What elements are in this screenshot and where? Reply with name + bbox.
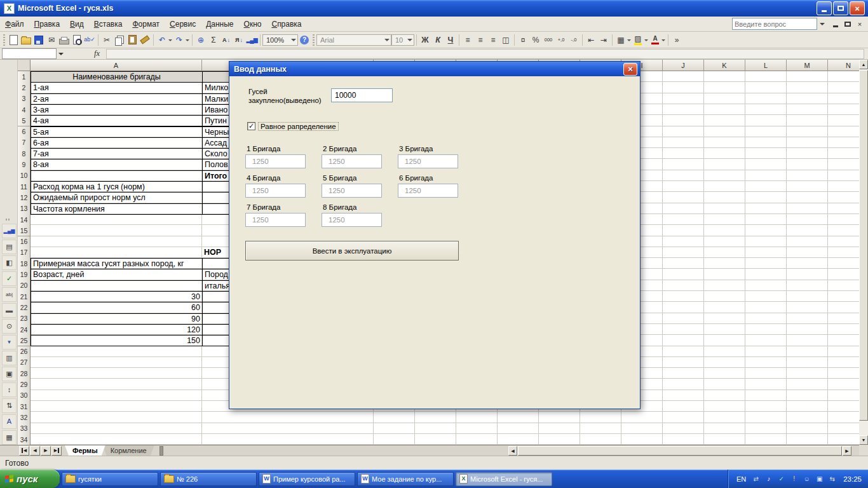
column-header-J[interactable]: J <box>663 60 704 71</box>
row-header-27[interactable]: 27 <box>18 357 31 369</box>
undo-button[interactable]: ↶ <box>156 34 168 46</box>
cell-A19[interactable]: Возраст, дней <box>31 269 203 280</box>
toolbar-options-button[interactable]: » <box>670 34 683 46</box>
align-left-button[interactable]: ≡ <box>461 34 474 46</box>
language-indicator[interactable]: EN <box>735 475 748 484</box>
dock-grip[interactable] <box>6 219 11 220</box>
new-workbook-button[interactable] <box>7 34 20 46</box>
tray-antivirus-icon[interactable]: ✓ <box>776 474 786 484</box>
row-header-31[interactable]: 31 <box>18 401 31 412</box>
align-center-button[interactable]: ≡ <box>474 34 487 46</box>
fill-color-button[interactable]: ▨ <box>632 34 644 46</box>
brigade-input-8[interactable] <box>322 213 382 227</box>
insert-hyperlink-button[interactable]: ⊕ <box>194 34 207 46</box>
taskbar-button-5[interactable]: XMicrosoft Excel - гуся... <box>456 472 552 486</box>
scroll-right-button[interactable]: ▶ <box>843 446 851 456</box>
row-header-5[interactable]: 5 <box>18 115 31 126</box>
cell-A18[interactable]: Примерная масса гусят разных пород, кг <box>31 258 203 269</box>
percent-style-button[interactable]: % <box>529 34 542 46</box>
redo-dropdown-arrow[interactable] <box>186 39 189 43</box>
row-header-9[interactable]: 9 <box>18 159 31 170</box>
decrease-indent-button[interactable]: ⇤ <box>585 34 597 46</box>
row-header-6[interactable]: 6 <box>18 126 31 138</box>
print-preview-button[interactable] <box>71 34 83 46</box>
help-button[interactable]: ? <box>298 34 311 46</box>
insert-function-button[interactable]: fx <box>94 49 100 58</box>
save-button[interactable] <box>32 34 45 46</box>
increase-indent-button[interactable]: ⇥ <box>597 34 610 46</box>
scroll-up-button[interactable]: ▲ <box>859 60 868 69</box>
row-header-14[interactable]: 14 <box>18 214 31 226</box>
font-name-combobox[interactable]: Arial <box>316 34 391 46</box>
select-all-corner[interactable] <box>18 60 31 71</box>
open-button[interactable] <box>20 34 32 46</box>
row-header-32[interactable]: 32 <box>18 412 31 423</box>
row-header-3[interactable]: 3 <box>18 93 31 105</box>
cell-A2[interactable]: 1-ая <box>31 82 203 93</box>
row-header-28[interactable]: 28 <box>18 368 31 379</box>
question-input[interactable] <box>732 18 817 30</box>
cell-A11[interactable]: Расход корма на 1 гуся (норм) <box>31 181 203 193</box>
sheet-tab-1[interactable]: Фермы <box>65 445 105 456</box>
commission-button[interactable]: Ввести в эксплуатацию <box>245 241 459 261</box>
menu-item-3[interactable]: Вид <box>65 18 89 30</box>
chart-wizard-button[interactable]: ▂▄▆ <box>245 34 258 46</box>
menu-item-5[interactable]: Формат <box>127 18 165 30</box>
row-header-11[interactable]: 11 <box>18 181 31 193</box>
print-button[interactable] <box>58 34 71 46</box>
borders-dropdown-arrow[interactable] <box>627 39 631 43</box>
combobox-control-icon[interactable]: ▼ <box>2 335 17 349</box>
scroll-left-button[interactable]: ◀ <box>508 446 517 456</box>
email-button[interactable]: ✉ <box>45 34 58 46</box>
cell-A13[interactable]: Частота кормления <box>31 203 203 215</box>
undo-dropdown-arrow[interactable] <box>168 39 172 43</box>
cut-button[interactable]: ✂ <box>100 34 113 46</box>
redo-button[interactable]: ↷ <box>173 34 186 46</box>
cell-A1[interactable]: Наименование бригады <box>31 71 203 83</box>
menu-item-1[interactable]: Файл <box>0 18 29 30</box>
menu-item-8[interactable]: Окно <box>239 18 267 30</box>
cell-A22[interactable]: 60 <box>31 302 203 313</box>
row-header-4[interactable]: 4 <box>18 104 31 116</box>
image-control-icon[interactable]: ▦ <box>2 430 17 445</box>
workbook-minimize-button[interactable] <box>830 19 841 29</box>
tab-last-button[interactable]: ▶ <box>51 446 62 456</box>
cell-A8[interactable]: 7-ая <box>31 148 203 159</box>
merge-center-button[interactable]: ◫ <box>499 34 512 46</box>
font-color-button[interactable]: А <box>649 34 661 46</box>
close-button[interactable]: × <box>850 1 865 15</box>
row-header-23[interactable]: 23 <box>18 313 31 325</box>
currency-style-button[interactable]: ¤ <box>517 34 529 46</box>
checkbox-control-icon[interactable]: ✓ <box>2 271 17 286</box>
tab-prev-button[interactable]: ◀ <box>30 446 40 456</box>
menu-item-7[interactable]: Данные <box>201 18 238 30</box>
brigade-input-6[interactable] <box>398 184 458 198</box>
textbox-control-icon[interactable]: ab| <box>2 287 17 302</box>
tray-update-icon[interactable]: ! <box>789 474 799 484</box>
brigade-input-3[interactable] <box>398 154 458 168</box>
optionbutton-control-icon[interactable]: ⊙ <box>2 319 17 334</box>
tray-volume-icon[interactable]: ♪ <box>764 474 773 484</box>
row-header-29[interactable]: 29 <box>18 379 31 390</box>
cell-A10[interactable] <box>31 170 203 182</box>
geese-purchased-input[interactable] <box>331 88 393 102</box>
row-header-8[interactable]: 8 <box>18 148 31 159</box>
bold-button[interactable]: Ж <box>419 34 431 46</box>
properties-icon[interactable]: ▤ <box>2 240 17 254</box>
taskbar-button-2[interactable]: № 226 <box>160 472 257 486</box>
row-header-13[interactable]: 13 <box>18 203 31 215</box>
brigade-input-7[interactable] <box>245 213 306 227</box>
font-color-dropdown-arrow[interactable] <box>661 39 665 43</box>
scroll-down-button[interactable]: ▼ <box>859 435 868 445</box>
horizontal-scrollbar[interactable]: ◀ ▶ <box>508 446 851 456</box>
scrollbar-control-icon[interactable]: ⇅ <box>2 398 17 413</box>
name-box-dropdown[interactable] <box>57 49 65 58</box>
vertical-scroll-thumb[interactable] <box>859 70 868 421</box>
equal-distribution-checkbox[interactable]: ✓ Равное рапределение <box>247 122 338 130</box>
row-header-12[interactable]: 12 <box>18 192 31 203</box>
workbook-close-button[interactable]: × <box>854 19 865 29</box>
tray-display-icon[interactable]: ▣ <box>815 474 824 484</box>
sort-ascending-button[interactable]: А <box>220 34 233 46</box>
brigade-input-2[interactable] <box>322 154 382 168</box>
toolbar-grip[interactable] <box>3 34 5 46</box>
